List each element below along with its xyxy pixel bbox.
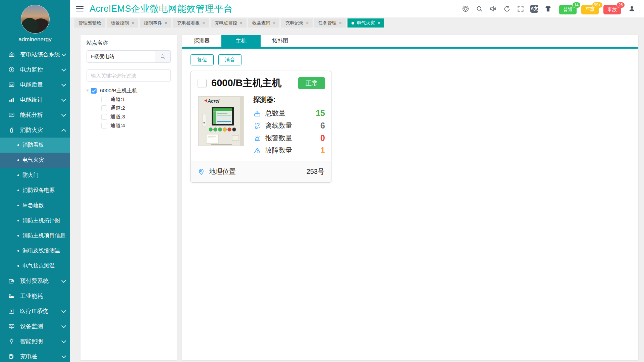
close-icon[interactable]: ×	[306, 20, 309, 25]
checkbox-unchecked[interactable]	[101, 114, 107, 120]
sidebar-subitem-contact-temp[interactable]: 电气接点测温	[0, 258, 70, 273]
bullet-icon	[17, 235, 19, 237]
tab-detectors[interactable]: 探测器	[182, 35, 221, 47]
alarm-accident-button[interactable]: 事故 26	[603, 5, 621, 14]
sidebar-item-medical-it[interactable]: 医疗IT系统	[0, 304, 70, 319]
sidebar-subitem-fire-host-topology[interactable]: 消防主机拓扑图	[0, 213, 70, 228]
tab-charging-records[interactable]: 充电记录×	[281, 18, 313, 28]
status-badge: 正常	[298, 77, 325, 89]
close-icon[interactable]: ×	[165, 20, 167, 25]
sidebar-item-device-monitor[interactable]: 设备监测	[0, 319, 70, 334]
sidebar-item-smart-lighting[interactable]: 智能照明	[0, 334, 70, 349]
close-icon[interactable]: ×	[202, 20, 205, 25]
tree-node-channel-4[interactable]: 通道:4	[87, 121, 171, 130]
reset-button[interactable]: 复位	[191, 54, 214, 65]
theme-icon[interactable]	[544, 5, 552, 13]
tree-node-channel-1[interactable]: 通道:1	[87, 95, 171, 104]
avatar[interactable]	[21, 5, 50, 34]
translate-icon[interactable]: A文	[530, 5, 538, 13]
mute-button[interactable]: 消音	[218, 54, 241, 65]
checkbox-unchecked[interactable]	[101, 123, 107, 128]
tree-node-channel-3[interactable]: 通道:3	[87, 112, 171, 121]
sidebar-subitem-fire-host-project[interactable]: 消防主机项目信息	[0, 228, 70, 243]
tab-hosts[interactable]: 主机	[221, 35, 261, 47]
tree-node-channel-2[interactable]: 通道:2	[87, 104, 171, 112]
sidebar-item-power-monitor[interactable]: 电力监控	[0, 62, 70, 77]
tab-charger-monitor[interactable]: 充电桩监控×	[211, 18, 247, 28]
sidebar-item-energy-analysis[interactable]: 能耗分析	[0, 107, 70, 122]
platform-help-icon[interactable]	[462, 5, 470, 13]
caret-down-icon[interactable]	[86, 90, 89, 92]
workspace-tabbar: 管理驾驶舱 场景控制× 控制事件× 充电桩看板× 充电桩监控× 收益查询× 充电…	[70, 17, 644, 29]
sidebar-subitem-fire-power[interactable]: 消防设备电源	[0, 183, 70, 198]
device-checkbox[interactable]	[198, 79, 207, 88]
device-photo[interactable]: Acrel	[198, 95, 245, 157]
tab-topology[interactable]: 拓扑图	[261, 35, 300, 47]
search-icon[interactable]	[475, 5, 483, 13]
tree-node-root[interactable]: 6000/B主机主机	[87, 86, 171, 95]
sidebar-subitem-emergency-evacuation[interactable]: 应急疏散	[0, 198, 70, 213]
sidebar-item-power-quality[interactable]: 电能质量	[0, 77, 70, 92]
smart-lighting-icon	[8, 338, 15, 345]
bullet-icon	[17, 205, 19, 206]
prepaid-icon	[8, 278, 15, 285]
sidebar-item-fire-safety[interactable]: 消防火灾	[0, 122, 70, 138]
volume-icon[interactable]	[489, 5, 497, 13]
user-icon[interactable]	[628, 5, 636, 13]
power-quality-icon	[8, 82, 15, 88]
sidebar-subitem-leakage-cable-temp[interactable]: 漏电及线缆测温	[0, 243, 70, 258]
bullet-icon	[17, 159, 19, 161]
tab-electrical-fire[interactable]: 电气火灾×	[347, 18, 384, 28]
alarm-normal-button[interactable]: 普通 14	[559, 5, 577, 14]
sidebar-item-industry-energy[interactable]: 工业能耗	[0, 289, 70, 304]
device-title: 6000/B主机主机	[211, 76, 282, 90]
stat-alarm: 报警数量 0	[253, 132, 325, 144]
close-icon[interactable]: ×	[273, 20, 276, 25]
sidebar-item-prepaid[interactable]: 预付费系统	[0, 273, 70, 289]
bullet-icon	[17, 265, 19, 267]
fire-safety-icon	[8, 127, 15, 134]
sidebar-item-energy-stats[interactable]: 电能统计	[0, 92, 70, 107]
close-icon[interactable]: ×	[132, 20, 135, 25]
close-icon[interactable]: ×	[240, 20, 243, 25]
detector-label: 探测器:	[253, 95, 325, 104]
app-root: adminenergy 变电站综合系统 电力监控	[0, 0, 644, 362]
sidebar-subitem-fire-door[interactable]: 防火门	[0, 168, 70, 183]
device-tree: 6000/B主机主机 通道:1 通道:2 通道:3	[87, 86, 171, 130]
tab-task-management[interactable]: 任务管理×	[314, 18, 346, 28]
alarm-severe-button[interactable]: 严重 99+	[581, 5, 599, 14]
checkbox-unchecked[interactable]	[101, 105, 107, 111]
tab-revenue-query[interactable]: 收益查询×	[248, 18, 280, 28]
refresh-icon[interactable]	[503, 5, 511, 13]
tab-scene-control[interactable]: 场景控制×	[107, 18, 139, 28]
sidebar-item-ev-charger[interactable]: 充电桩	[0, 349, 70, 362]
tab-management-cockpit[interactable]: 管理驾驶舱	[74, 18, 105, 28]
tab-charger-dashboard[interactable]: 充电桩看板×	[173, 18, 209, 28]
power-monitor-icon	[8, 66, 15, 73]
host-device-card: 6000/B主机主机 正常 Acrel	[191, 71, 331, 183]
main-panel: 探测器 主机 拓扑图 复位 消音 6000/B主机主机 正常	[182, 35, 638, 360]
tab-control-events[interactable]: 控制事件×	[140, 18, 171, 28]
chevron-down-icon	[61, 338, 66, 343]
header: AcrelEMS企业微电网能效管理平台 A文	[70, 0, 644, 17]
sidebar-subitem-electrical-fire[interactable]: 电气火灾	[0, 153, 70, 168]
collapse-menu-icon[interactable]	[76, 6, 84, 11]
bullet-icon	[17, 174, 19, 176]
offline-icon	[253, 122, 261, 130]
alarm-icon	[253, 134, 261, 142]
site-search-input[interactable]	[87, 51, 155, 62]
close-icon[interactable]: ×	[339, 20, 342, 25]
alarm-buttons: 普通 14 严重 99+ 事故 26	[559, 3, 621, 14]
close-icon[interactable]: ×	[378, 20, 380, 25]
checkbox-unchecked[interactable]	[101, 97, 107, 102]
sidebar-item-substation[interactable]: 变电站综合系统	[0, 47, 70, 62]
tree-filter-input[interactable]	[87, 69, 171, 82]
device-monitor-icon	[8, 323, 15, 330]
device-card-footer: 地理位置 253号	[191, 161, 331, 182]
bullet-icon	[17, 190, 19, 191]
username: adminenergy	[18, 36, 51, 43]
checkbox-checked[interactable]	[91, 88, 97, 94]
fullscreen-icon[interactable]	[517, 5, 525, 13]
sidebar-subitem-fire-dashboard[interactable]: 消防看板	[0, 138, 70, 153]
site-search-button[interactable]	[155, 51, 170, 62]
